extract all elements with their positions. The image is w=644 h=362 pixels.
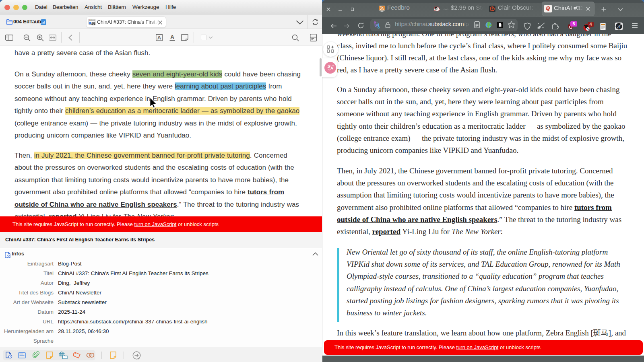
svg-text:A: A — [157, 35, 161, 41]
svg-text:S: S — [587, 27, 589, 31]
svg-text:A: A — [170, 34, 174, 40]
